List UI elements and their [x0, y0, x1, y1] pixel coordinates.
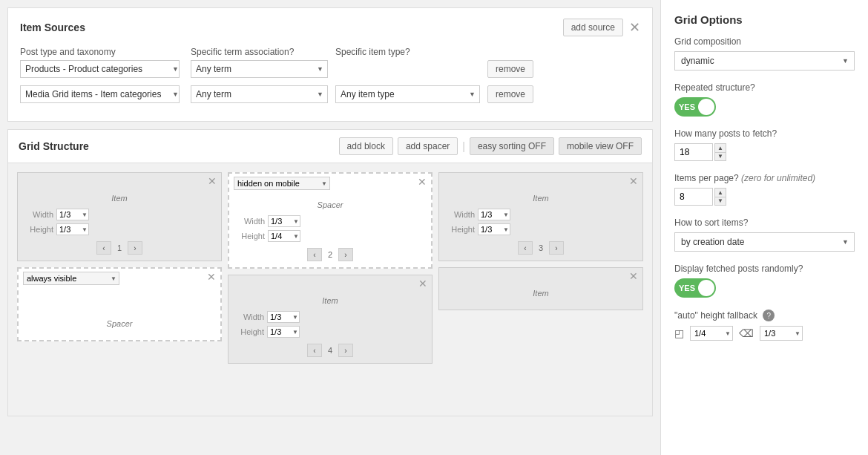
- block-5-next-button[interactable]: ›: [338, 344, 353, 357]
- block-2-prev-button[interactable]: ‹: [307, 248, 322, 261]
- column-headers: Post type and taxonomy Specific term ass…: [20, 47, 640, 57]
- repeated-structure-toggle-knob: [698, 99, 714, 115]
- display-randomly-toggle-container: YES: [674, 278, 855, 298]
- desktop-icon: ◰: [674, 327, 684, 339]
- specific-type-select-2[interactable]: Any item type: [335, 85, 480, 103]
- block-4-visibility-select[interactable]: always visible hidden on mobile: [23, 272, 119, 285]
- how-many-posts-spin-down[interactable]: ▼: [714, 152, 726, 161]
- block-2-width-select-wrapper: 1/31/21/4: [268, 215, 300, 227]
- block-6-label: Item: [445, 289, 637, 298]
- mobile-icon: ⌫: [739, 327, 754, 339]
- block-6-close-button[interactable]: ✕: [629, 271, 638, 281]
- grid-column-2: hidden on mobile always visible ✕ Spacer…: [228, 172, 433, 364]
- add-spacer-button[interactable]: add spacer: [398, 137, 458, 155]
- repeated-structure-toggle[interactable]: YES: [674, 97, 716, 117]
- block-3-width-select-wrapper: 1/31/21/4: [478, 209, 510, 220]
- how-to-sort-select[interactable]: by creation date by title by date modifi…: [674, 232, 855, 252]
- block-2-visibility-select[interactable]: hidden on mobile always visible: [234, 177, 330, 190]
- block-3-height-label: Height: [445, 225, 475, 234]
- block-2-width-label: Width: [235, 217, 265, 226]
- block-2-height-row: Height 1/41/31/2: [235, 230, 425, 242]
- display-randomly-toggle[interactable]: YES: [674, 278, 716, 298]
- block-1-width-select[interactable]: 1/31/21/42/31/1: [56, 209, 89, 220]
- block-2-width-select[interactable]: 1/31/21/4: [268, 215, 300, 227]
- block-1-height-row: Height 1/31/41/22/31/1: [24, 223, 215, 235]
- block-2-nav: ‹ 2 ›: [235, 248, 425, 261]
- items-per-page-input-wrapper: ▲ ▼: [674, 188, 855, 206]
- repeated-structure-group: Repeated structure? YES: [674, 82, 855, 117]
- add-block-button[interactable]: add block: [339, 137, 393, 155]
- block-5-height-select[interactable]: 1/31/41/2: [267, 326, 300, 338]
- how-many-posts-spinner: ▲ ▼: [714, 143, 726, 161]
- items-per-page-spin-down[interactable]: ▼: [714, 197, 726, 206]
- post-type-select-2[interactable]: Media Grid items - Item categories Produ…: [20, 85, 180, 103]
- add-source-button[interactable]: add source: [563, 19, 623, 36]
- close-sources-button[interactable]: ✕: [629, 21, 640, 34]
- block-2-nav-num: 2: [325, 250, 335, 259]
- block-1-width-label: Width: [24, 210, 53, 219]
- block-1-height-select-wrapper: 1/31/41/22/31/1: [56, 223, 89, 235]
- source-row-2: Media Grid items - Item categories Produ…: [20, 85, 640, 103]
- block-3-prev-button[interactable]: ‹: [518, 241, 533, 255]
- block-2-top-select-area: hidden on mobile always visible: [234, 177, 330, 190]
- specific-type-select-wrapper-2: Any item type: [335, 85, 480, 103]
- block-2-height-label: Height: [235, 232, 265, 240]
- block-2-next-button[interactable]: ›: [338, 248, 353, 261]
- grid-composition-group: Grid composition dynamic static: [674, 36, 855, 71]
- block-5-close-button[interactable]: ✕: [418, 278, 427, 289]
- block-3-nav: ‹ 3 ›: [445, 241, 637, 255]
- block-3-next-button[interactable]: ›: [549, 241, 564, 255]
- items-per-page-spin-up[interactable]: ▲: [714, 188, 726, 197]
- specific-term-select-1[interactable]: Any term: [191, 60, 328, 78]
- remove-row-1-button[interactable]: remove: [487, 60, 533, 78]
- auto-height-help-icon[interactable]: ?: [763, 310, 775, 321]
- block-2-close-button[interactable]: ✕: [418, 177, 427, 187]
- grid-block-1: ✕ Item Width 1/31/21/42/31/1 Height: [17, 172, 222, 261]
- block-3-nav-num: 3: [536, 243, 546, 252]
- block-5-height-row: Height 1/31/41/2: [234, 326, 426, 338]
- block-5-prev-button[interactable]: ‹: [307, 344, 322, 357]
- grid-column-3: ✕ Item Width 1/31/21/4 Height: [438, 172, 643, 310]
- grid-actions: add block add spacer | easy sorting OFF …: [339, 137, 642, 155]
- block-3-close-button[interactable]: ✕: [629, 176, 638, 186]
- how-many-posts-label: How many posts to fetch?: [674, 128, 855, 139]
- remove-row-2-button[interactable]: remove: [487, 85, 533, 103]
- grid-options-panel: Grid Options Grid composition dynamic st…: [660, 0, 868, 455]
- auto-height-label: "auto" height fallback ?: [674, 310, 855, 321]
- col-header-specific-type: Specific item type?: [335, 47, 480, 57]
- grid-composition-select[interactable]: dynamic static: [674, 51, 855, 71]
- block-1-label: Item: [24, 194, 215, 203]
- how-many-posts-spin-up[interactable]: ▲: [714, 143, 726, 152]
- grid-composition-select-wrapper: dynamic static: [674, 51, 855, 71]
- specific-term-select-2[interactable]: Any term: [191, 85, 328, 103]
- how-many-posts-input[interactable]: [674, 143, 713, 161]
- post-type-select-1[interactable]: Products - Product categories Media Grid…: [20, 60, 180, 78]
- grid-canvas: ✕ Item Width 1/31/21/42/31/1 Height: [8, 163, 652, 416]
- block-5-nav: ‹ 4 ›: [234, 344, 426, 357]
- block-3-width-select[interactable]: 1/31/21/4: [478, 209, 510, 220]
- block-1-nav-num: 1: [114, 243, 125, 252]
- block-1-close-button[interactable]: ✕: [208, 176, 217, 186]
- block-1-height-label: Height: [24, 225, 53, 234]
- auto-height-group: "auto" height fallback ? ◰ 1/41/31/22/31…: [674, 310, 855, 341]
- auto-height-mobile-select-wrapper: 1/31/41/22/31/1: [760, 326, 803, 341]
- block-5-width-select-wrapper: 1/31/21/4: [267, 311, 300, 323]
- grid-column-1: ✕ Item Width 1/31/21/42/31/1 Height: [17, 172, 222, 341]
- block-1-next-button[interactable]: ›: [128, 241, 142, 255]
- grid-options-title: Grid Options: [674, 13, 855, 26]
- block-2-height-select[interactable]: 1/41/31/2: [268, 230, 300, 242]
- easy-sorting-button[interactable]: easy sorting OFF: [470, 137, 554, 155]
- block-5-width-select[interactable]: 1/31/21/4: [267, 311, 300, 323]
- auto-height-mobile-select[interactable]: 1/31/41/22/31/1: [760, 326, 803, 341]
- item-sources-header: Item Sources add source ✕: [20, 19, 640, 36]
- auto-height-desktop-select[interactable]: 1/41/31/22/31/1: [690, 326, 733, 341]
- mobile-view-button[interactable]: mobile view OFF: [559, 137, 642, 155]
- grid-block-6: ✕ Item: [438, 267, 643, 310]
- block-1-prev-button[interactable]: ‹: [96, 241, 111, 255]
- block-2-width-row: Width 1/31/21/4: [235, 215, 425, 227]
- block-3-height-select[interactable]: 1/31/41/2: [478, 223, 510, 235]
- display-randomly-toggle-knob: [698, 280, 714, 296]
- block-1-height-select[interactable]: 1/31/41/22/31/1: [56, 223, 89, 235]
- block-4-close-button[interactable]: ✕: [207, 272, 216, 282]
- items-per-page-input[interactable]: [674, 188, 713, 206]
